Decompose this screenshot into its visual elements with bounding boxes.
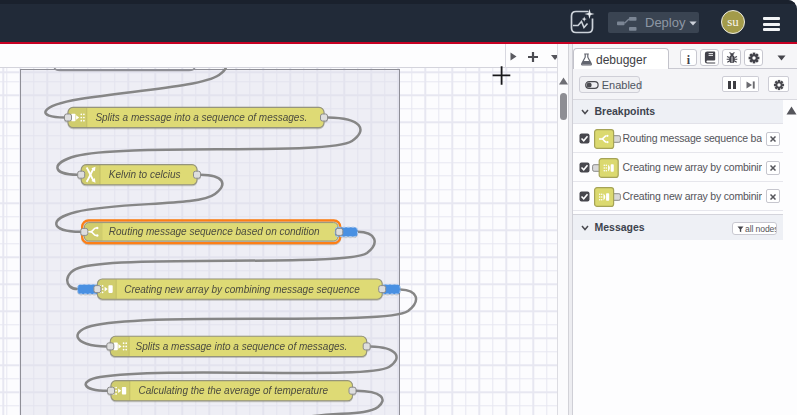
svg-text:Splits a message into a sequen: Splits a message into a sequence of mess… bbox=[95, 112, 307, 123]
svg-text:Kelvin to celcius: Kelvin to celcius bbox=[109, 169, 181, 180]
svg-text:Routing message sequence based: Routing message sequence based on condit… bbox=[109, 226, 320, 237]
svg-text:Splits a message into a sequen: Splits a message into a sequence of mess… bbox=[136, 341, 348, 352]
svg-text:Creating new array by combinin: Creating new array by combining message … bbox=[124, 284, 360, 295]
svg-text:Calculating the the average of: Calculating the the average of temperatu… bbox=[139, 385, 329, 396]
